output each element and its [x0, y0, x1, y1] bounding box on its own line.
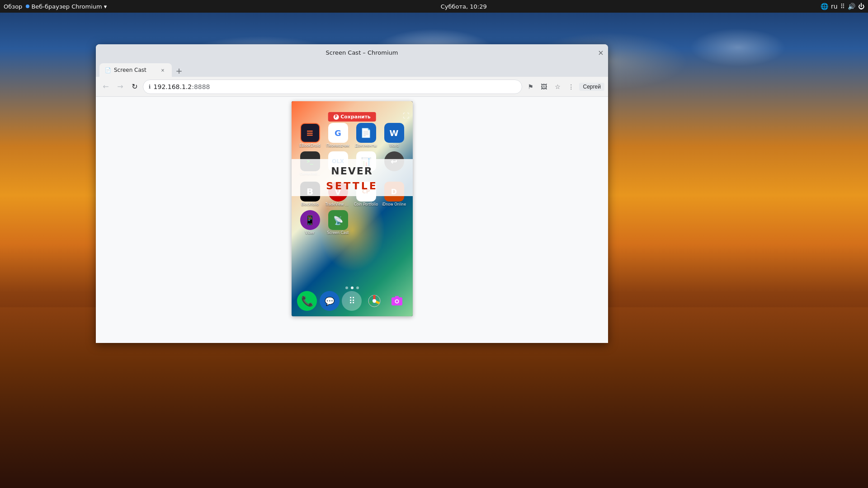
- chrome-tabs-bar: 📄 Screen Cast × +: [96, 61, 608, 77]
- dock-chrome-button[interactable]: [364, 291, 384, 311]
- chrome-tab-close-button[interactable]: ×: [159, 66, 166, 74]
- app-icon-viber: 📱: [300, 210, 320, 230]
- app-item-empty2: [382, 210, 407, 235]
- app-icon-screencast: 📡: [328, 210, 348, 230]
- app-item-viber[interactable]: 📱 Viber: [297, 210, 323, 235]
- chrome-cast-button[interactable]: 🖼: [538, 80, 550, 93]
- settle-text: SETTLE: [295, 178, 409, 192]
- never-text: NEVER: [295, 163, 409, 178]
- chrome-profile-button[interactable]: Сергей: [579, 83, 604, 91]
- svg-point-5: [395, 300, 398, 303]
- phone-save-button[interactable]: P Сохранить: [328, 112, 376, 122]
- app-item-word[interactable]: W Word: [382, 123, 407, 148]
- app-item-translate[interactable]: G Переводчик: [326, 123, 351, 148]
- taskbar-power-icon[interactable]: ⏻: [858, 3, 864, 10]
- app-label-word: Word: [382, 144, 407, 148]
- dock-camera-button[interactable]: [387, 291, 407, 311]
- app-item-screencast[interactable]: 📡 Screen Cast: [326, 210, 351, 235]
- pinterest-icon: P: [333, 114, 339, 120]
- svg-rect-6: [395, 296, 399, 298]
- chrome-back-button[interactable]: ←: [99, 80, 112, 93]
- taskbar-datetime: Суббота, 10:29: [441, 3, 487, 10]
- taskbar-overview[interactable]: Обзор: [4, 3, 22, 10]
- app-label-docs: Документы: [354, 144, 379, 148]
- chrome-toolbar: ← → ↻ ℹ 192.168.1.2:8888 ⚑ 🖼 ☆ ⋮ Сергей: [96, 77, 608, 97]
- chrome-bookmark-button[interactable]: ☆: [551, 80, 564, 93]
- chrome-security-icon: ℹ: [149, 84, 151, 90]
- app-label-blockfolio: Blockfolio: [297, 202, 323, 206]
- app-icon-docs: 📄: [356, 123, 376, 143]
- app-icon-translate: G: [328, 123, 348, 143]
- never-settle-overlay: NEVER SETTLE: [292, 159, 413, 196]
- app-label-viber: Viber: [297, 231, 323, 235]
- chrome-tab-icon: 📄: [105, 67, 111, 73]
- phone-dock: 📞 💬 ⠿: [292, 289, 413, 313]
- app-label-coinportfolio: Coin Portfolio: [354, 202, 379, 206]
- chrome-toolbar-actions: ⚑ 🖼 ☆ ⋮: [524, 80, 577, 93]
- chrome-window: Screen Cast – Chromium × 📄 Screen Cast ×…: [96, 44, 608, 343]
- phone-fullscreen-button[interactable]: ⛶: [403, 112, 409, 119]
- app-item-ebookdroid[interactable]: ≡ EBookDroid: [297, 123, 323, 148]
- chrome-close-button[interactable]: ×: [597, 49, 604, 56]
- app-label-translate: Переводчик: [326, 144, 351, 148]
- app-icon-ebookdroid: ≡: [300, 123, 320, 143]
- phone-app-row-1: ≡ EBookDroid G Переводчик 📄: [292, 121, 413, 150]
- app-label-idnow: iDnow Online: [382, 202, 407, 206]
- taskbar-globe-icon[interactable]: 🌐: [821, 3, 828, 10]
- phone-app-grid: ≡ EBookDroid G Переводчик 📄: [292, 110, 413, 237]
- taskbar-volume-icon[interactable]: 🔊: [848, 3, 855, 10]
- dock-messages-button[interactable]: 💬: [320, 291, 340, 311]
- chrome-tab-label: Screen Cast: [114, 67, 146, 73]
- app-item-docs[interactable]: 📄 Документы: [354, 123, 379, 148]
- app-icon-word: W: [384, 123, 404, 143]
- chrome-reload-button[interactable]: ↻: [128, 80, 141, 93]
- taskbar-app-dot: [26, 5, 29, 8]
- phone-screen: 📶🔋 83% 10:29 P Сохранить ⛶ ≡: [292, 101, 413, 316]
- chrome-window-title: Screen Cast – Chromium: [326, 49, 398, 56]
- chrome-address-bar[interactable]: ℹ 192.168.1.2:8888: [143, 80, 522, 94]
- chrome-content: 📶🔋 83% 10:29 P Сохранить ⛶ ≡: [96, 97, 608, 343]
- taskbar: Обзор Веб-браузер Chromium ▾ Суббота, 10…: [0, 0, 868, 13]
- chrome-forward-button[interactable]: →: [114, 80, 127, 93]
- app-label-tradeview: TradeView Mar.: [326, 202, 351, 206]
- dock-apps-button[interactable]: ⠿: [342, 291, 362, 311]
- taskbar-app-label: Веб-браузер Chromium: [31, 3, 102, 10]
- app-item-empty1: [354, 210, 379, 235]
- phone-app-row-4: 📱 Viber 📡 Screen Cast: [292, 208, 413, 237]
- taskbar-network-icon[interactable]: ⠿: [840, 3, 845, 10]
- app-label-ebookdroid: EBookDroid: [297, 144, 323, 148]
- chrome-tab-screencast[interactable]: 📄 Screen Cast ×: [99, 63, 172, 77]
- chrome-titlebar: Screen Cast – Chromium ×: [96, 44, 608, 61]
- chrome-address-text: 192.168.1.2:8888: [154, 83, 210, 90]
- chrome-extensions-button[interactable]: ⚑: [524, 80, 537, 93]
- chrome-new-tab-button[interactable]: +: [173, 64, 185, 77]
- taskbar-app[interactable]: Веб-браузер Chromium ▾: [26, 3, 107, 10]
- app-label-screencast: Screen Cast: [326, 231, 351, 235]
- taskbar-lang-label[interactable]: ru: [831, 3, 838, 10]
- chrome-menu-button[interactable]: ⋮: [565, 80, 577, 93]
- dock-phone-button[interactable]: 📞: [297, 291, 317, 311]
- svg-point-2: [373, 299, 376, 303]
